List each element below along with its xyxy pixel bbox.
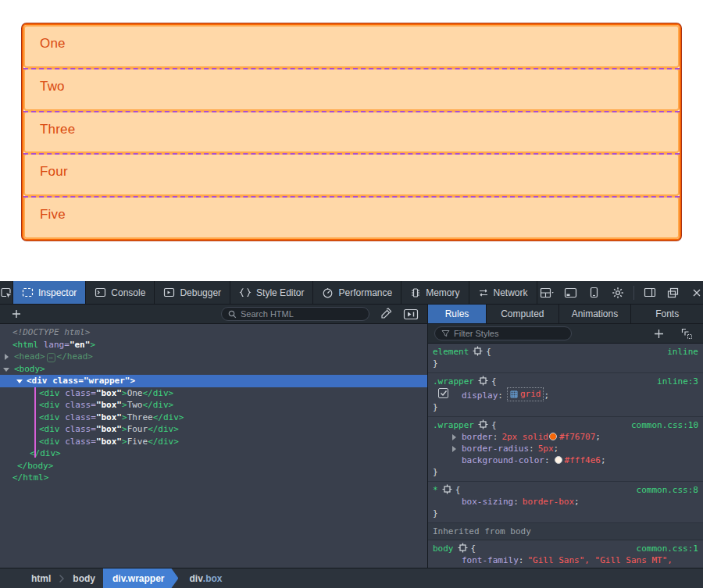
rule-selector[interactable]: body [433, 543, 454, 554]
property-name[interactable]: border [462, 432, 493, 442]
color-swatch[interactable] [555, 456, 562, 464]
tab-computed[interactable]: Computed [487, 305, 559, 323]
dock-side-button[interactable] [640, 283, 660, 303]
tab-style-editor[interactable]: Style Editor [230, 281, 313, 304]
brace: { [491, 376, 497, 387]
collapse-arrow-icon[interactable] [3, 368, 9, 372]
markup-box-row[interactable]: <div class="box">Three</div> [0, 412, 427, 424]
markup-body-open[interactable]: <body> [0, 363, 427, 376]
declaration-border-radius: border-radius:5px; [433, 443, 698, 454]
markup-wrapper-close[interactable]: </div> [0, 447, 427, 460]
tag-text: > [130, 376, 135, 386]
property-name[interactable]: font-family [462, 555, 519, 565]
markup-box-row[interactable]: <div class="box">Five</div> [0, 436, 427, 448]
eyedropper-button[interactable] [376, 304, 396, 324]
expand-pane-button[interactable] [401, 304, 421, 324]
rule-selector[interactable]: * [433, 485, 438, 495]
devtools-panel: Inspector Console Debugger Style Editor … [0, 281, 703, 588]
tab-debugger[interactable]: Debugger [155, 281, 230, 304]
rule-source-link[interactable]: inline:3 [657, 376, 698, 387]
tab-memory[interactable]: Memory [401, 281, 469, 304]
markup-wrapper-selected-row[interactable]: <div class="wrapper"> [0, 375, 427, 387]
property-name[interactable]: box-sizing [462, 497, 513, 507]
breadcrumb-html[interactable]: html [23, 568, 59, 588]
separate-window-button[interactable] [663, 283, 683, 303]
collapsed-ellipsis-badge[interactable]: … [47, 353, 55, 362]
expand-arrow-icon[interactable] [5, 354, 9, 360]
tab-performance[interactable]: Performance [313, 281, 401, 304]
selector-highlighter-icon[interactable] [478, 376, 488, 386]
selector-highlighter-icon[interactable] [442, 484, 452, 494]
color-hex-value[interactable]: #fff4e6 [565, 455, 601, 465]
rule-source-link[interactable]: common.css:8 [637, 484, 698, 496]
tab-label: Inspector [38, 287, 77, 298]
performance-icon [322, 287, 334, 298]
grid-overlay-line [23, 111, 680, 112]
property-name[interactable]: background-color [462, 455, 544, 465]
breadcrumb-body[interactable]: body [65, 568, 103, 588]
tab-label: Debugger [180, 287, 221, 298]
grid-toggle-icon[interactable] [510, 390, 518, 398]
pick-element-button[interactable] [0, 281, 13, 304]
collapse-arrow-icon[interactable] [16, 380, 23, 383]
breadcrumb-div-box[interactable]: div.box [178, 568, 230, 588]
rule-source-link[interactable]: common.css:10 [631, 419, 698, 431]
rule-source-link[interactable]: inline [667, 346, 698, 358]
markup-box-row[interactable]: <div class="box">One</div> [0, 387, 427, 400]
html-markup-tree: <!DOCTYPE html> <html lang="en"> <head>…… [0, 324, 428, 568]
markup-html-close[interactable]: </html> [0, 472, 427, 484]
tab-label: Network [494, 287, 528, 298]
rule-selector[interactable]: element [433, 347, 469, 357]
rule-wrapper-inline: .wrapper{inline:3 display:grid; } [428, 373, 703, 417]
add-node-button[interactable] [6, 304, 27, 324]
tag-text: <head> [14, 351, 45, 362]
selector-highlighter-icon[interactable] [473, 346, 483, 356]
tab-fonts[interactable]: Fonts [631, 305, 703, 323]
selector-highlighter-icon[interactable] [478, 419, 488, 429]
close-devtools-button[interactable] [687, 283, 703, 303]
split-console-button[interactable] [561, 283, 581, 303]
markup-head-collapsed[interactable]: <head>…</head> [0, 351, 427, 363]
property-value[interactable]: 2px solid [501, 432, 548, 442]
rule-source-link[interactable]: common.css:1 [637, 543, 698, 554]
expand-shorthand-icon[interactable] [452, 434, 456, 440]
markup-box-row[interactable]: <div class="box">Four</div> [0, 423, 427, 436]
rule-selector[interactable]: .wrapper [433, 420, 474, 430]
expand-shorthand-icon[interactable] [452, 446, 456, 452]
settings-gear-button[interactable] [608, 283, 628, 303]
tab-animations[interactable]: Animations [559, 305, 632, 323]
selector-highlighter-icon[interactable] [458, 543, 468, 553]
markup-html-open[interactable]: <html lang="en"> [0, 339, 427, 351]
filter-styles-box[interactable] [434, 326, 572, 340]
rule-universal: *{common.css:8 box-sizing:border-box; } [428, 482, 703, 523]
property-value[interactable]: 5px [538, 444, 554, 454]
filter-styles-input[interactable] [454, 329, 565, 338]
declaration-checkbox[interactable] [438, 388, 448, 398]
breadcrumb-label: div.wrapper [112, 573, 164, 584]
add-rule-button[interactable] [648, 324, 669, 344]
markup-body-close[interactable]: </body> [0, 460, 427, 472]
tab-rules[interactable]: Rules [428, 305, 487, 323]
breadcrumb-div-wrapper-selected[interactable]: div.wrapper [103, 568, 178, 588]
tab-network[interactable]: Network [469, 281, 537, 304]
search-html-box[interactable] [221, 307, 369, 321]
grid-value-highlight[interactable]: grid [507, 387, 544, 401]
markup-doctype[interactable]: <!DOCTYPE html> [0, 326, 427, 339]
property-name[interactable]: display [462, 390, 498, 401]
search-html-input[interactable] [241, 309, 362, 319]
markup-box-row[interactable]: <div class="box">Two</div> [0, 399, 427, 412]
color-hex-value[interactable]: #f76707 [559, 432, 595, 442]
rendered-page: One Two Three Four Five [0, 0, 703, 281]
responsive-mode-button[interactable] [584, 283, 605, 303]
pseudo-class-panel-button[interactable] [676, 324, 697, 344]
tab-inspector[interactable]: Inspector [13, 281, 86, 304]
rule-selector[interactable]: .wrapper [433, 376, 474, 387]
iframe-picker-button[interactable] [537, 283, 558, 303]
property-name[interactable]: border-radius [462, 444, 529, 454]
attr-text: lang= [44, 340, 70, 350]
tab-console[interactable]: Console [86, 281, 155, 304]
rule-body: body{common.css:1 font-family:"Gill Sans… [428, 540, 703, 568]
property-value[interactable]: border-box [523, 497, 574, 507]
color-swatch[interactable] [549, 433, 557, 440]
property-value[interactable]: grid [520, 388, 541, 400]
